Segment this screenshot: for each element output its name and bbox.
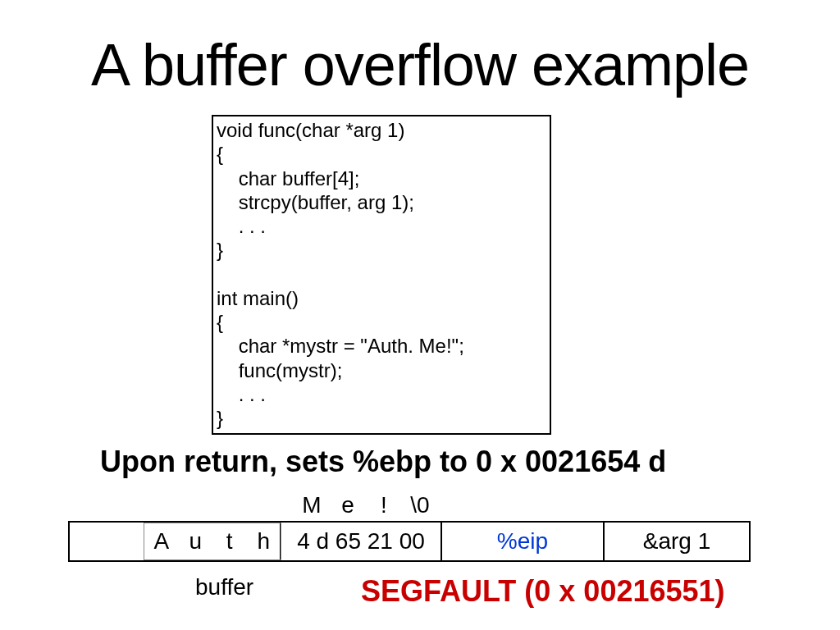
code-box: void func(char *arg 1) { char buffer[4];… xyxy=(212,115,551,435)
code-line: { xyxy=(217,311,223,333)
char-label: \0 xyxy=(402,492,438,518)
stack-cell-buffer: A u t h xyxy=(70,523,281,560)
code-line: } xyxy=(217,407,223,429)
code-line: int main() xyxy=(217,287,299,309)
code-line: . . . xyxy=(217,215,266,237)
buffer-bytes: A u t h xyxy=(144,523,281,560)
return-statement: Upon return, sets %ebp to 0 x 0021654 d xyxy=(100,445,666,479)
code-line: func(mystr); xyxy=(217,359,342,381)
stack-cell-arg: &arg 1 xyxy=(605,523,749,560)
char-labels: M e ! \0 xyxy=(294,492,438,518)
code-line: { xyxy=(217,143,223,165)
buffer-label: buffer xyxy=(195,574,253,600)
page-title: A buffer overflow example xyxy=(0,31,840,98)
code-line: } xyxy=(217,239,223,261)
code-line: char *mystr = "Auth. Me!"; xyxy=(217,335,464,357)
char-label: ! xyxy=(366,492,402,518)
char-label: e xyxy=(330,492,366,518)
buffer-byte: A xyxy=(144,523,179,559)
slide: A buffer overflow example void func(char… xyxy=(0,0,840,630)
buffer-byte: h xyxy=(247,523,281,559)
char-label: M xyxy=(294,492,330,518)
code-line: void func(char *arg 1) xyxy=(217,119,404,141)
segfault-message: SEGFAULT (0 x 00216551) xyxy=(361,574,725,609)
buffer-byte: u xyxy=(179,523,213,559)
stack-cell-ebp: 4 d 65 21 00 xyxy=(281,523,442,560)
stack-diagram: A u t h 4 d 65 21 00 %eip &arg 1 xyxy=(68,521,751,562)
buffer-byte: t xyxy=(212,523,247,559)
code-line: . . . xyxy=(217,383,266,405)
stack-cell-eip: %eip xyxy=(442,523,605,560)
code-line: char buffer[4]; xyxy=(217,167,359,189)
code-line: strcpy(buffer, arg 1); xyxy=(217,191,414,213)
